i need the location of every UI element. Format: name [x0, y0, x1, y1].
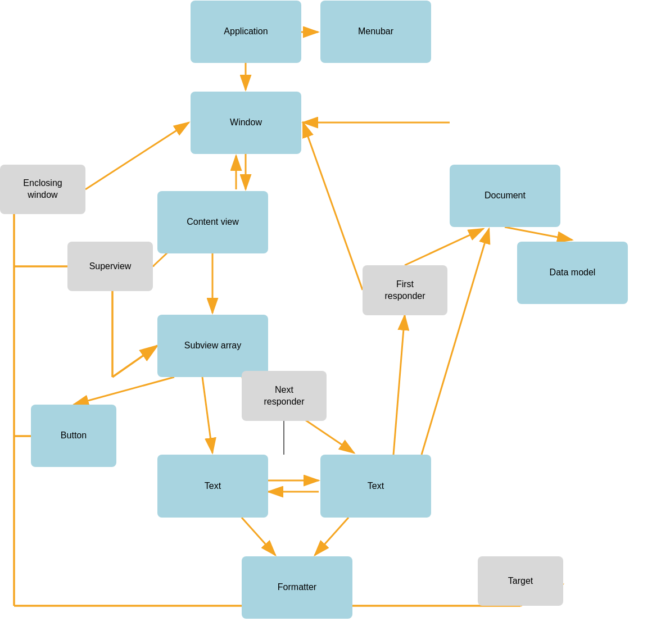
svg-line-20 — [242, 518, 275, 555]
svg-line-23 — [422, 229, 489, 455]
document-label: Document — [485, 190, 526, 202]
enclosingwindow-node: Enclosing window — [0, 165, 85, 214]
application-label: Application — [224, 26, 268, 38]
firstresponder-label: First responder — [384, 279, 425, 302]
menubar-node: Menubar — [320, 1, 431, 63]
window-label: Window — [230, 117, 262, 129]
svg-line-12 — [405, 229, 483, 265]
svg-line-11 — [505, 227, 572, 240]
diagram-container: Application Menubar Window Document Data… — [0, 0, 661, 644]
svg-line-22 — [393, 315, 405, 455]
menubar-label: Menubar — [358, 26, 393, 38]
document-node: Document — [450, 165, 560, 227]
svg-line-15 — [202, 377, 212, 453]
target-label: Target — [508, 575, 533, 587]
subviewarray-node: Subview array — [157, 315, 268, 377]
contentview-label: Content view — [187, 216, 239, 228]
svg-line-31 — [112, 346, 157, 377]
subviewarray-label: Subview array — [184, 340, 241, 352]
svg-line-21 — [315, 518, 348, 555]
application-node: Application — [191, 1, 301, 63]
target-node: Target — [478, 556, 563, 606]
svg-line-5 — [85, 123, 189, 189]
enclosingwindow-label: Enclosing window — [23, 178, 62, 201]
superview-node: Superview — [67, 242, 153, 291]
button-node: Button — [31, 405, 116, 467]
contentview-node: Content view — [157, 191, 268, 253]
formatter-node: Formatter — [242, 556, 352, 619]
superview-label: Superview — [89, 261, 132, 273]
nextresponder-label: Next responder — [264, 384, 304, 408]
firstresponder-node: First responder — [363, 265, 447, 315]
arrows-svg — [0, 0, 661, 644]
svg-line-14 — [74, 377, 174, 405]
window-node: Window — [191, 92, 301, 154]
button-label: Button — [61, 430, 87, 442]
datamodel-node: Data model — [517, 242, 628, 304]
text2-node: Text — [320, 455, 431, 518]
datamodel-label: Data model — [550, 267, 596, 279]
text1-node: Text — [157, 455, 268, 518]
text1-label: Text — [205, 480, 221, 492]
text2-label: Text — [368, 480, 384, 492]
svg-line-13 — [303, 123, 363, 290]
formatter-label: Formatter — [278, 582, 316, 593]
nextresponder-node: Next responder — [242, 371, 327, 421]
